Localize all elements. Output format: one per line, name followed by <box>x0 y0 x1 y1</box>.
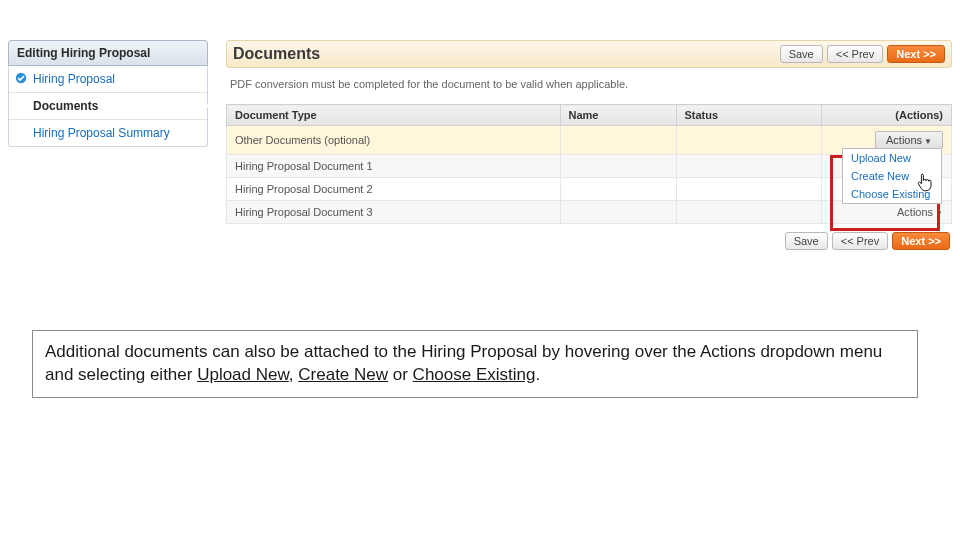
documents-table: Document Type Name Status (Actions) Othe… <box>226 104 952 224</box>
sidebar-title: Editing Hiring Proposal <box>8 40 208 66</box>
sidebar: Editing Hiring Proposal Hiring Proposal … <box>8 40 208 250</box>
chevron-down-icon: ▼ <box>935 209 943 218</box>
cell-document-type: Hiring Proposal Document 3 <box>227 201 561 224</box>
caption-u1: Upload New <box>197 365 289 384</box>
col-status: Status <box>676 105 821 126</box>
cell-status <box>676 178 821 201</box>
main-panel: Documents Save << Prev Next >> PDF conve… <box>208 40 952 250</box>
sidebar-item-label: Documents <box>33 99 98 113</box>
sidebar-item-documents[interactable]: Documents <box>9 92 207 120</box>
col-name: Name <box>560 105 676 126</box>
dropdown-item-create-new[interactable]: Create New <box>843 167 941 185</box>
check-icon <box>15 72 27 84</box>
next-button[interactable]: Next >> <box>887 45 945 63</box>
prev-button[interactable]: << Prev <box>827 45 884 63</box>
sidebar-item-label: Hiring Proposal <box>33 72 115 86</box>
actions-button[interactable]: Actions▼ Upload New Create New Choose Ex… <box>875 131 943 149</box>
prev-button[interactable]: << Prev <box>832 232 889 250</box>
save-button[interactable]: Save <box>785 232 828 250</box>
col-actions: (Actions) <box>821 105 952 126</box>
actions-dropdown: Upload New Create New Choose Existing <box>842 148 942 204</box>
cell-name <box>560 201 676 224</box>
dropdown-item-upload-new[interactable]: Upload New <box>843 149 941 167</box>
caption-u3: Choose Existing <box>413 365 536 384</box>
cell-status <box>676 201 821 224</box>
page-title: Documents <box>233 45 776 63</box>
cell-name <box>560 178 676 201</box>
sidebar-item-hiring-proposal[interactable]: Hiring Proposal <box>9 66 207 92</box>
sidebar-item-summary[interactable]: Hiring Proposal Summary <box>9 120 207 146</box>
cell-name <box>560 126 676 155</box>
cell-status <box>676 155 821 178</box>
cell-status <box>676 126 821 155</box>
next-button[interactable]: Next >> <box>892 232 950 250</box>
caption-box: Additional documents can also be attache… <box>32 330 918 398</box>
footer-buttons: Save << Prev Next >> <box>226 224 952 250</box>
table-row: Other Documents (optional) Actions▼ Uplo… <box>227 126 952 155</box>
cell-name <box>560 155 676 178</box>
dropdown-item-choose-existing[interactable]: Choose Existing <box>843 185 941 203</box>
sidebar-item-label: Hiring Proposal Summary <box>33 126 170 140</box>
cell-document-type: Other Documents (optional) <box>227 126 561 155</box>
instruction-text: PDF conversion must be completed for the… <box>226 68 952 104</box>
col-document-type: Document Type <box>227 105 561 126</box>
section-header: Documents Save << Prev Next >> <box>226 40 952 68</box>
chevron-down-icon: ▼ <box>924 137 932 146</box>
save-button[interactable]: Save <box>780 45 823 63</box>
caption-u2: Create New <box>298 365 388 384</box>
row-actions[interactable]: Actions▼ Upload New Create New Choose Ex… <box>821 126 952 155</box>
cell-document-type: Hiring Proposal Document 1 <box>227 155 561 178</box>
cell-document-type: Hiring Proposal Document 2 <box>227 178 561 201</box>
actions-button-label: Actions <box>886 134 922 146</box>
sidebar-list: Hiring Proposal Documents Hiring Proposa… <box>8 66 208 147</box>
